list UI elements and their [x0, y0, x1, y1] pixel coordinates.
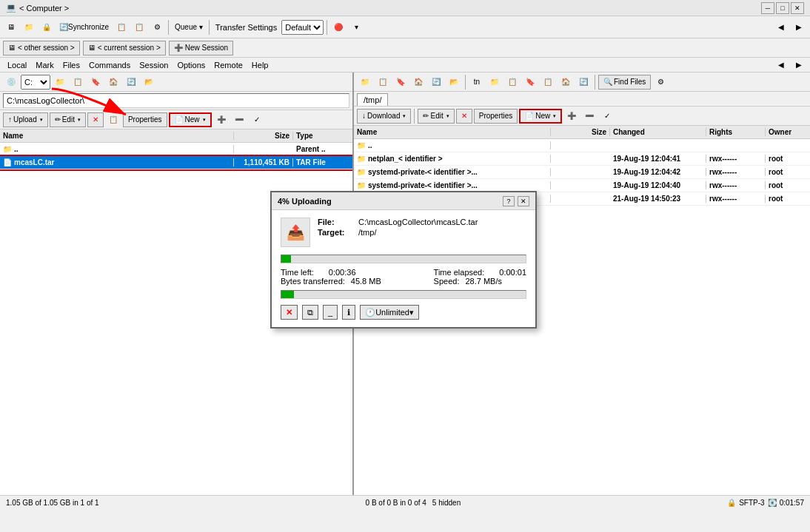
remote-icon-3[interactable]: 🔖 [392, 73, 409, 91]
toolbar-icon-btn-4[interactable]: 📋 [113, 18, 130, 36]
toolbar-icon-btn-7[interactable]: 🔴 [330, 18, 347, 36]
nav-back-button[interactable]: ◀ [773, 18, 789, 36]
local-bookmark[interactable]: 🔖 [87, 73, 104, 91]
remote-icon-btn-3[interactable]: ✓ [599, 107, 615, 125]
synchronize-button[interactable]: 🔄 Synchronize [56, 18, 112, 36]
toolbar-icon-btn-1[interactable]: 🖥 [3, 18, 19, 36]
download-button[interactable]: ↓ Download ▾ [357, 109, 411, 124]
menu-back-button[interactable]: ◀ [773, 58, 789, 72]
local-icon-3[interactable]: 📂 [141, 73, 157, 91]
menu-commands[interactable]: Commands [84, 59, 135, 71]
menu-remote[interactable]: Remote [210, 59, 247, 71]
toolbar-icon-btn-5[interactable]: 📋 [131, 18, 147, 36]
local-icon-btn-5[interactable]: ➕ [213, 111, 230, 129]
remote-icon-8[interactable]: 🏠 [558, 73, 574, 91]
menu-mark[interactable]: Mark [31, 59, 58, 71]
local-col-type[interactable]: Type [293, 132, 352, 140]
tn-btn[interactable]: tn [469, 73, 485, 91]
minimize-button[interactable]: ─ [761, 2, 774, 14]
menu-forward-button[interactable]: ▶ [791, 58, 807, 72]
menu-session[interactable]: Session [135, 59, 173, 71]
other-session-button[interactable]: 🖥 < other session > [3, 41, 80, 55]
toolbar-icon-btn-8[interactable]: ▾ [348, 18, 364, 36]
toolbar-icon-btn-3[interactable]: 🔒 [39, 18, 55, 36]
queue-button[interactable]: Queue ▾ [172, 18, 206, 36]
folder-icon-3: 📁 [357, 181, 366, 189]
menu-options[interactable]: Options [173, 59, 210, 71]
local-new-button[interactable]: 📄 New ▾ [169, 112, 212, 127]
file-rights: rwx------ [706, 195, 766, 203]
remote-new-button[interactable]: 📄 New ▾ [519, 109, 562, 124]
menu-local[interactable]: Local [3, 59, 31, 71]
remote-icon-6[interactable]: 📋 [504, 73, 521, 91]
remote-icon-7[interactable]: 📋 [540, 73, 556, 91]
local-icon-1[interactable]: 📁 [52, 73, 68, 91]
close-button[interactable]: ✕ [791, 2, 804, 14]
table-row[interactable]: 📁 systemd-private-< identifier >... 19-A… [354, 166, 810, 179]
current-session-button[interactable]: 🖥 < current session > [83, 41, 166, 55]
remote-icon-4[interactable]: 📂 [446, 73, 462, 91]
local-icon-btn-4[interactable]: 📋 [105, 111, 121, 129]
remote-col-rights[interactable]: Rights [706, 128, 766, 136]
path-tab[interactable]: /tmp/ [357, 93, 388, 106]
local-delete-button[interactable]: ✕ [87, 112, 104, 127]
local-col-name[interactable]: Name [0, 132, 234, 140]
local-properties-button[interactable]: Properties [123, 112, 167, 127]
upload-button[interactable]: ↑ Upload ▾ [3, 112, 48, 127]
local-drive-icon[interactable]: 💿 [3, 73, 19, 91]
menu-files[interactable]: Files [58, 59, 84, 71]
remote-icon-5[interactable]: 📁 [486, 73, 503, 91]
dialog-copy-button[interactable]: ⧉ [302, 305, 318, 320]
transfer-settings-select[interactable]: Default [281, 20, 324, 35]
maximize-button[interactable]: □ [776, 2, 789, 14]
local-refresh[interactable]: 🔄 [123, 73, 139, 91]
dialog-minimize-button[interactable]: _ [323, 305, 338, 320]
local-home[interactable]: 🏠 [105, 73, 121, 91]
table-row[interactable]: 📁 netplan_< identifier > 19-Aug-19 12:04… [354, 152, 810, 166]
local-col-size[interactable]: Size [234, 132, 293, 140]
remote-icon-9[interactable]: 🔄 [575, 73, 592, 91]
session-icon-2: 🖥 [88, 44, 96, 52]
remote-icon-2[interactable]: 📋 [375, 73, 391, 91]
remote-icon-1[interactable]: 📁 [357, 73, 373, 91]
remote-refresh[interactable]: 🔄 [428, 73, 444, 91]
remote-file-actions: ↓ Download ▾ ✏ Edit ▾ ✕ Properties 📄 New… [354, 107, 810, 126]
connection-label: SFTP-3 [739, 499, 764, 507]
local-edit-button[interactable]: ✏ Edit ▾ [50, 112, 86, 127]
remote-top-toolbar: 📁 📋 🔖 🏠 🔄 📂 tn 📁 📋 🔖 📋 🏠 🔄 🔍 Find Files … [354, 73, 810, 92]
remote-icon-btn-1[interactable]: ➕ [563, 107, 580, 125]
local-icon-2[interactable]: 📋 [70, 73, 86, 91]
dialog-close-button[interactable]: ✕ [518, 196, 529, 206]
toolbar-icon-btn-6[interactable]: ⚙ [149, 18, 165, 36]
local-drive-select[interactable]: C: [21, 75, 50, 90]
remote-col-name[interactable]: Name [354, 128, 551, 136]
find-files-button[interactable]: 🔍 Find Files [598, 75, 651, 90]
nav-forward-button[interactable]: ▶ [791, 18, 807, 36]
table-row[interactable]: 📁 .. [354, 139, 810, 152]
remote-col-owner[interactable]: Owner [766, 128, 810, 136]
remote-icon-10[interactable]: ⚙ [652, 73, 669, 91]
dialog-info-button[interactable]: ℹ [342, 305, 355, 320]
dialog-cancel-button[interactable]: ✕ [281, 305, 298, 320]
remote-col-changed[interactable]: Changed [610, 128, 706, 136]
local-icon-btn-6[interactable]: ➖ [231, 111, 247, 129]
toolbar-icon-btn-2[interactable]: 📁 [21, 18, 37, 36]
dialog-speed-btn[interactable]: 🕐 Unlimited ▾ [360, 305, 419, 320]
new-session-button[interactable]: ➕ New Session [169, 41, 233, 55]
remote-delete-button[interactable]: ✕ [456, 109, 472, 124]
remote-properties-button[interactable]: Properties [474, 109, 518, 124]
remote-edit-button[interactable]: ✏ Edit ▾ [418, 109, 454, 124]
remote-edit-icon: ✏ [423, 112, 429, 120]
dialog-help-button[interactable]: ? [503, 196, 515, 206]
remote-col-size[interactable]: Size [551, 128, 610, 136]
local-icon-btn-7[interactable]: ✓ [249, 111, 265, 129]
remote-icon-btn-2[interactable]: ➖ [581, 107, 598, 125]
menu-help[interactable]: Help [247, 59, 273, 71]
dialog-file-info: 📤 File: C:\mcasLogCollector\mcasLC.tar T… [281, 218, 526, 247]
table-row[interactable]: 📁 .. Parent .. [0, 143, 352, 156]
table-row[interactable]: 📄 mcasLC.tar 1,110,451 KB TAR File [0, 156, 352, 169]
local-path-input[interactable]: C:\mcasLogCollector\ [3, 93, 349, 108]
remote-path-bar: /tmp/ [354, 92, 810, 107]
remote-home[interactable]: 🏠 [410, 73, 426, 91]
remote-bookmark2[interactable]: 🔖 [522, 73, 538, 91]
